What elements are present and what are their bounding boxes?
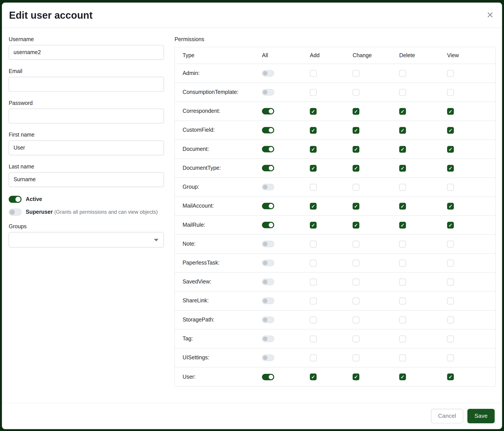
- permission-add-checkbox[interactable]: [310, 165, 317, 171]
- permission-all-toggle[interactable]: [262, 146, 274, 153]
- permission-change-checkbox[interactable]: [353, 354, 360, 361]
- permission-delete-checkbox[interactable]: [399, 316, 406, 323]
- permission-add-checkbox[interactable]: [310, 108, 317, 115]
- permission-change-checkbox[interactable]: [353, 108, 360, 115]
- permission-add-checkbox[interactable]: [310, 297, 317, 304]
- permission-view-checkbox[interactable]: [447, 374, 454, 380]
- permission-view-checkbox[interactable]: [447, 222, 454, 228]
- permission-all-toggle[interactable]: [262, 222, 274, 228]
- password-input[interactable]: [9, 109, 164, 123]
- permission-change-checkbox[interactable]: [353, 184, 360, 190]
- permission-add-checkbox[interactable]: [310, 241, 317, 247]
- permission-delete-checkbox[interactable]: [399, 278, 406, 285]
- permission-delete-checkbox[interactable]: [399, 297, 406, 304]
- permission-all-toggle[interactable]: [262, 165, 274, 171]
- permission-delete-checkbox[interactable]: [399, 260, 406, 266]
- permission-change-checkbox[interactable]: [353, 374, 360, 380]
- permission-all-toggle[interactable]: [262, 70, 274, 77]
- permission-change-checkbox[interactable]: [353, 297, 360, 304]
- permission-add-checkbox[interactable]: [310, 203, 317, 210]
- permission-all-toggle[interactable]: [262, 203, 274, 209]
- email-input[interactable]: [9, 77, 164, 91]
- permission-delete-checkbox[interactable]: [399, 108, 406, 115]
- permission-add-checkbox[interactable]: [310, 335, 317, 342]
- permission-change-checkbox[interactable]: [353, 335, 360, 342]
- permission-add-checkbox[interactable]: [310, 354, 317, 361]
- permission-add-checkbox[interactable]: [310, 374, 317, 380]
- permission-change-checkbox[interactable]: [353, 146, 360, 153]
- permission-delete-checkbox[interactable]: [399, 127, 406, 134]
- permission-view-checkbox[interactable]: [447, 184, 454, 190]
- permission-view-checkbox[interactable]: [447, 260, 454, 266]
- permission-all-toggle[interactable]: [262, 317, 274, 323]
- permission-view-checkbox[interactable]: [447, 354, 454, 361]
- permission-change-checkbox[interactable]: [353, 222, 360, 228]
- permission-view-checkbox[interactable]: [447, 316, 454, 323]
- permission-view-checkbox[interactable]: [447, 70, 454, 77]
- permission-delete-checkbox[interactable]: [399, 354, 406, 361]
- permission-view-checkbox[interactable]: [447, 165, 454, 171]
- permission-all-toggle[interactable]: [262, 184, 274, 190]
- permission-delete-checkbox[interactable]: [399, 222, 406, 228]
- save-button[interactable]: Save: [467, 409, 495, 423]
- permission-change-checkbox[interactable]: [353, 203, 360, 210]
- permission-all-toggle[interactable]: [262, 278, 274, 285]
- groups-select[interactable]: [9, 232, 164, 247]
- permission-view-checkbox[interactable]: [447, 278, 454, 285]
- permission-change-checkbox[interactable]: [353, 89, 360, 96]
- permission-all-toggle[interactable]: [262, 89, 274, 95]
- permission-add-checkbox[interactable]: [310, 316, 317, 323]
- permission-delete-checkbox[interactable]: [399, 146, 406, 153]
- permission-delete-checkbox[interactable]: [399, 203, 406, 210]
- permission-view-checkbox[interactable]: [447, 297, 454, 304]
- permission-row: Tag:: [175, 329, 495, 348]
- permission-delete-checkbox[interactable]: [399, 89, 406, 96]
- permission-change-checkbox[interactable]: [353, 70, 360, 77]
- permission-add-checkbox[interactable]: [310, 260, 317, 266]
- permission-add-checkbox[interactable]: [310, 146, 317, 153]
- permission-all-toggle[interactable]: [262, 260, 274, 266]
- permission-view-checkbox[interactable]: [447, 127, 454, 134]
- permission-change-checkbox[interactable]: [353, 278, 360, 285]
- permission-view-checkbox[interactable]: [447, 241, 454, 247]
- permission-all-toggle[interactable]: [262, 241, 274, 247]
- cancel-button[interactable]: Cancel: [431, 409, 463, 423]
- permission-delete-checkbox[interactable]: [399, 374, 406, 380]
- permission-add-checkbox[interactable]: [310, 70, 317, 77]
- permission-change-checkbox[interactable]: [353, 241, 360, 247]
- permission-change-checkbox[interactable]: [353, 127, 360, 134]
- permission-all-toggle[interactable]: [262, 354, 274, 361]
- permission-delete-checkbox[interactable]: [399, 335, 406, 342]
- permission-delete-checkbox[interactable]: [399, 241, 406, 247]
- permission-add-checkbox[interactable]: [310, 89, 317, 96]
- last-name-input[interactable]: [9, 172, 164, 187]
- permission-all-toggle[interactable]: [262, 336, 274, 342]
- close-icon[interactable]: ✕: [486, 11, 494, 19]
- permission-delete-checkbox[interactable]: [399, 165, 406, 171]
- permission-change-checkbox[interactable]: [353, 165, 360, 171]
- permission-delete-checkbox[interactable]: [399, 184, 406, 190]
- permission-delete-checkbox[interactable]: [399, 70, 406, 77]
- permission-all-toggle[interactable]: [262, 127, 274, 133]
- permission-view-checkbox[interactable]: [447, 146, 454, 153]
- permission-view-checkbox[interactable]: [447, 108, 454, 115]
- permission-view-checkbox[interactable]: [447, 203, 454, 210]
- superuser-toggle[interactable]: [9, 209, 21, 216]
- permission-all-toggle[interactable]: [262, 108, 274, 114]
- permission-add-checkbox[interactable]: [310, 184, 317, 190]
- permission-all-toggle[interactable]: [262, 298, 274, 304]
- permission-add-checkbox[interactable]: [310, 127, 317, 134]
- permission-all-toggle[interactable]: [262, 374, 274, 380]
- permission-view-checkbox[interactable]: [447, 335, 454, 342]
- active-toggle[interactable]: [9, 196, 21, 203]
- username-input[interactable]: [9, 45, 164, 60]
- permission-add-checkbox[interactable]: [310, 278, 317, 285]
- permission-change-checkbox[interactable]: [353, 316, 360, 323]
- permission-row: CustomField:: [175, 121, 495, 140]
- toggle-knob: [10, 210, 15, 215]
- permission-change-checkbox[interactable]: [353, 260, 360, 266]
- first-name-input[interactable]: [9, 141, 164, 155]
- permission-view-checkbox[interactable]: [447, 89, 454, 96]
- permission-add-checkbox[interactable]: [310, 222, 317, 228]
- permission-row: Note:: [175, 235, 495, 253]
